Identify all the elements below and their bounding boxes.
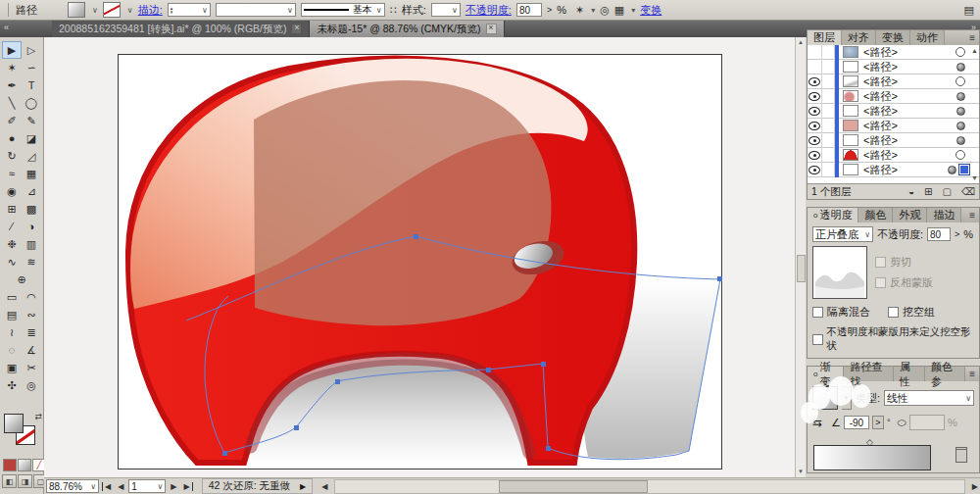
new-sublayer-icon[interactable]: ⊞ (924, 186, 932, 197)
document-tab-2[interactable]: 未标题-15* @ 88.76% (CMYK/预览) × (310, 21, 504, 37)
brush-definition-dropdown[interactable]: 基本 ∨ (301, 3, 385, 17)
lock-toggle[interactable] (822, 119, 835, 133)
stroke-dropdown-icon[interactable]: ∨ (127, 6, 133, 15)
tool-paintbrush[interactable]: ✐ (2, 112, 22, 129)
lock-toggle[interactable] (822, 60, 835, 74)
tool-line-segment[interactable]: ╲ (2, 94, 22, 112)
tool-warp[interactable]: ≋ (22, 253, 41, 271)
tool-reshape[interactable]: ▭ (2, 288, 22, 306)
close-icon[interactable]: × (291, 24, 302, 34)
tool-lasso-select[interactable]: ◌ (2, 341, 22, 359)
panel-menu-icon[interactable]: ≡ (965, 30, 979, 45)
tool-magic-wand[interactable]: ✶ (2, 59, 22, 76)
canvas-area[interactable]: ▲ ▼ (44, 37, 806, 477)
gradient-slider[interactable] (813, 445, 931, 470)
target-circle[interactable] (956, 92, 965, 101)
status-menu-icon[interactable]: ▶ (300, 482, 306, 491)
visibility-toggle[interactable] (808, 163, 822, 177)
layer-row[interactable]: <路径> (808, 163, 979, 177)
gradient-type-dropdown[interactable]: 线性 ∨ (884, 390, 974, 406)
clip-checkbox-row[interactable]: 剪切 (875, 255, 933, 270)
tab-stroke[interactable]: 描边 (927, 208, 961, 222)
layer-row[interactable]: <路径> (808, 133, 979, 148)
layers-scroll-up-icon[interactable]: ▲ (971, 47, 978, 54)
color-button[interactable] (3, 459, 17, 471)
artboard-nav-dropdown[interactable]: 1 ∨ (128, 479, 166, 493)
stroke-weight-spinner[interactable]: ▴ ▾ ∨ (168, 3, 211, 17)
knockout-group-checkbox[interactable] (888, 307, 899, 318)
tab-color-guide[interactable]: 颜色参 (925, 367, 965, 381)
tool-gradient[interactable]: ▩ (22, 200, 41, 218)
target-circle[interactable] (956, 122, 965, 130)
tab-actions[interactable]: 动作 (910, 30, 945, 45)
stroke-color-swatch[interactable] (103, 2, 121, 18)
swap-fill-stroke-icon[interactable]: ⇄ (34, 412, 42, 421)
vertical-scroll-thumb[interactable] (797, 255, 806, 282)
visibility-toggle[interactable] (808, 45, 822, 60)
artboard-dd-icon[interactable]: ∨ (157, 482, 163, 491)
tool-ellipse[interactable]: ◯ (22, 94, 41, 112)
gradient-button[interactable] (18, 459, 31, 471)
delete-layer-icon[interactable]: ⌫ (961, 186, 975, 197)
visibility-toggle[interactable] (808, 148, 822, 163)
layers-scroll-down-icon[interactable]: ▼ (971, 174, 978, 181)
tool-hand[interactable]: ✣ (2, 376, 22, 394)
layer-row[interactable]: <路径> (808, 119, 979, 133)
transform-link[interactable]: 变换 (640, 3, 662, 18)
zoom-dd-icon[interactable]: ∨ (90, 482, 96, 491)
panel-menu-icon[interactable]: ≡ (965, 367, 979, 381)
target-circle[interactable] (956, 63, 965, 72)
align-stroke-icon[interactable]: ∷ (390, 4, 397, 17)
tab-transform[interactable]: 变换 (876, 30, 910, 45)
layer-row[interactable]: <路径> (808, 148, 979, 163)
tab-pathfinder[interactable]: 路径查找 (844, 367, 894, 381)
prev-artboard-icon[interactable]: ◀ (116, 482, 125, 491)
lock-toggle[interactable] (822, 148, 835, 163)
zoom-level-dropdown[interactable]: 88.76% ∨ (46, 479, 99, 493)
scroll-down-icon[interactable]: ▼ (796, 467, 806, 477)
layer-row[interactable]: <路径> (808, 45, 979, 60)
last-artboard-icon[interactable]: ▶ (181, 482, 192, 491)
gradient-angle-dd[interactable]: > (872, 416, 884, 429)
invert-mask-checkbox[interactable] (875, 277, 886, 288)
collapse-dock-icon[interactable]: « (0, 21, 13, 37)
visibility-toggle[interactable] (808, 104, 822, 119)
tool-paragraph[interactable]: ≣ (22, 323, 41, 341)
lock-toggle[interactable] (822, 74, 835, 89)
tool-mesh[interactable]: ⊞ (2, 200, 22, 218)
tool-live-paint[interactable]: ▤ (2, 306, 22, 323)
tool-selection[interactable]: ▶ (2, 41, 22, 59)
knockout-group-checkbox-row[interactable]: 挖空组 (888, 305, 935, 320)
target-circle[interactable] (956, 47, 965, 57)
tool-scribble[interactable]: ≀ (2, 323, 22, 341)
hscroll-left-icon[interactable]: ◀ (319, 482, 329, 491)
align-glyphs-icon[interactable]: ▦ (614, 4, 624, 17)
tab-align[interactable]: 对齐 (842, 30, 876, 45)
opacity-mask-knockout-checkbox[interactable] (812, 334, 823, 345)
full-screen-menu-mode-button[interactable]: ◨ (18, 474, 32, 488)
lock-toggle[interactable] (822, 89, 835, 104)
tool-slice[interactable]: ✂ (22, 359, 41, 376)
target-circle[interactable] (956, 76, 965, 86)
lock-toggle[interactable] (822, 104, 835, 119)
isolate-blending-checkbox[interactable] (812, 307, 823, 318)
align-dd-icon[interactable]: ▾ (631, 6, 635, 15)
tool-wrinkle[interactable]: ∾ (22, 306, 41, 323)
target-circle[interactable] (948, 166, 956, 174)
lock-toggle[interactable] (822, 133, 835, 148)
tool-type[interactable]: T (22, 76, 41, 94)
document-tab-1[interactable]: 200885162359481 [转换].ai* @ 100% (RGB/预览)… (52, 21, 310, 37)
opacity-link[interactable]: 不透明度: (466, 3, 512, 18)
width-profile-dd-icon[interactable]: ∨ (287, 6, 293, 15)
style-dd-icon[interactable]: ∨ (452, 6, 458, 15)
make-clipping-mask-icon[interactable]: ◒ (908, 186, 914, 197)
visibility-toggle[interactable] (808, 74, 822, 89)
gradient-angle-input[interactable]: -90 (844, 416, 869, 429)
transp-opacity-spin-icon[interactable]: > (955, 229, 959, 239)
target-circle[interactable] (956, 136, 965, 145)
tab-attributes[interactable]: 属性 (894, 367, 925, 381)
visibility-toggle[interactable] (808, 119, 822, 133)
layer-row[interactable]: <路径> (808, 74, 979, 89)
tool-lasso[interactable]: ∽ (22, 59, 41, 76)
layer-row[interactable]: <路径> (808, 60, 979, 74)
